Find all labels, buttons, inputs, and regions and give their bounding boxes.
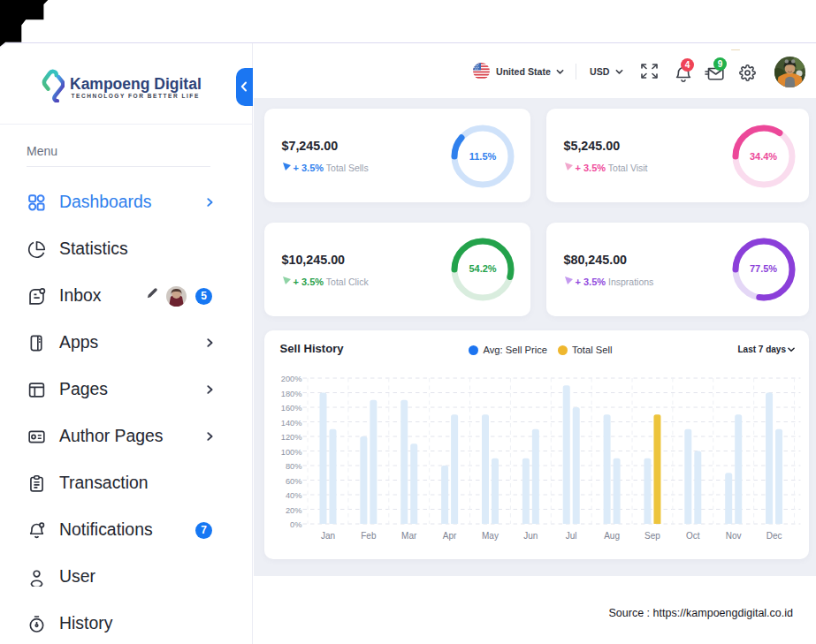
svg-text:Feb: Feb	[361, 531, 377, 541]
svg-text:Jul: Jul	[565, 531, 576, 541]
svg-text:100%: 100%	[280, 448, 301, 457]
svg-text:140%: 140%	[280, 419, 301, 428]
svg-text:May: May	[482, 531, 499, 541]
svg-text:Oct: Oct	[686, 531, 700, 541]
svg-text:120%: 120%	[280, 433, 301, 442]
svg-text:160%: 160%	[280, 404, 301, 413]
svg-text:200%: 200%	[280, 375, 301, 383]
svg-text:80%: 80%	[285, 462, 301, 471]
svg-text:60%: 60%	[285, 477, 301, 486]
svg-text:20%: 20%	[285, 506, 301, 515]
svg-text:Jan: Jan	[320, 531, 334, 541]
svg-text:Sep: Sep	[644, 531, 660, 541]
svg-text:0%: 0%	[290, 520, 301, 529]
svg-text:Aug: Aug	[604, 531, 620, 541]
svg-text:40%: 40%	[285, 491, 301, 500]
svg-text:Dec: Dec	[766, 531, 782, 541]
svg-text:Jun: Jun	[523, 531, 538, 541]
svg-text:Apr: Apr	[442, 531, 456, 541]
svg-text:180%: 180%	[280, 390, 301, 398]
svg-text:Nov: Nov	[725, 531, 741, 541]
svg-text:Mar: Mar	[401, 531, 417, 541]
